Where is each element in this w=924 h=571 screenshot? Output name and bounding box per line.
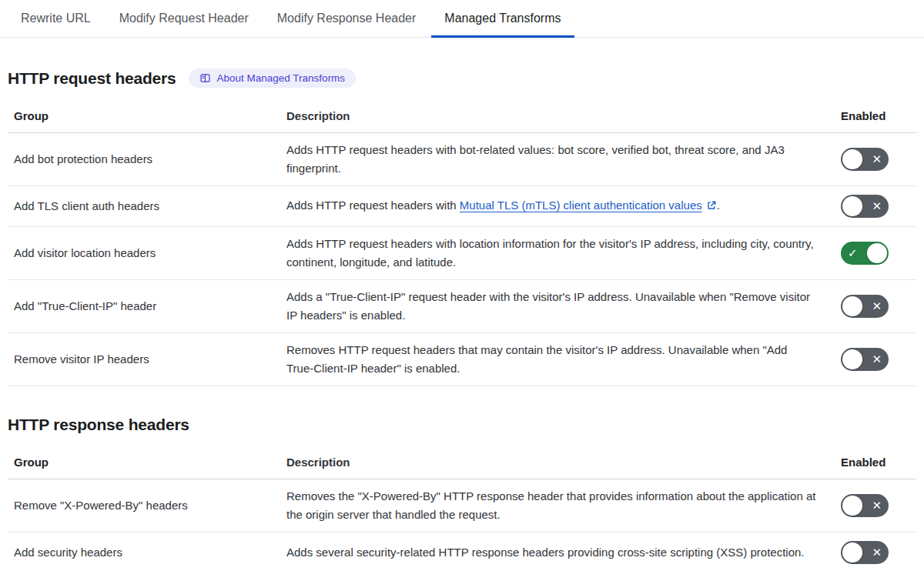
- enabled-cell: ✕: [839, 295, 916, 318]
- enabled-toggle[interactable]: ✕: [841, 148, 889, 171]
- enabled-cell: ✕: [839, 348, 916, 371]
- enabled-cell: ✕: [839, 195, 916, 218]
- tab-modify-response-header[interactable]: Modify Response Header: [264, 0, 430, 38]
- enabled-cell: ✕: [839, 148, 916, 171]
- group-label: Add "True-Client-IP" header: [8, 297, 286, 316]
- tab-bar: Rewrite URLModify Request HeaderModify R…: [0, 0, 924, 38]
- table-row: Add visitor location headersAdds HTTP re…: [8, 227, 916, 280]
- enabled-cell: ✓: [839, 242, 916, 265]
- column-header-group: Group: [8, 453, 286, 472]
- enabled-cell: ✕: [839, 494, 916, 517]
- group-label: Add TLS client auth headers: [8, 197, 286, 215]
- book-icon: [199, 72, 211, 84]
- tab-rewrite-url[interactable]: Rewrite URL: [8, 0, 104, 38]
- column-header-description: Description: [286, 453, 816, 472]
- table-row: Add TLS client auth headersAdds HTTP req…: [8, 186, 916, 227]
- response-table-header: Group Description Enabled: [8, 446, 916, 479]
- tab-managed-transforms[interactable]: Managed Transforms: [431, 0, 574, 38]
- toggle-knob: [867, 243, 887, 263]
- group-label: Remove "X-Powered-By" headers: [8, 496, 286, 515]
- request-table-body: Add bot protection headersAdds HTTP requ…: [8, 133, 916, 386]
- column-header-description: Description: [286, 107, 816, 125]
- request-table-header: Group Description Enabled: [8, 100, 916, 133]
- check-icon: ✓: [848, 242, 858, 265]
- table-row: Add bot protection headersAdds HTTP requ…: [8, 133, 916, 186]
- section-title-response-headers: HTTP response headers: [8, 416, 189, 434]
- toggle-knob: [842, 149, 862, 169]
- enabled-cell: ✕: [839, 541, 916, 564]
- x-icon: ✕: [872, 541, 882, 564]
- mtls-docs-link[interactable]: Mutual TLS (mTLS) client authentication …: [460, 199, 702, 212]
- group-label: Add visitor location headers: [8, 244, 286, 262]
- group-label: Add security headers: [8, 543, 286, 562]
- x-icon: ✕: [872, 494, 882, 517]
- toggle-knob: [842, 296, 862, 316]
- group-label: Remove visitor IP headers: [8, 350, 286, 369]
- table-row: Remove visitor IP headersRemoves HTTP re…: [8, 333, 916, 386]
- column-header-enabled: Enabled: [839, 107, 916, 125]
- response-table-body: Remove "X-Powered-By" headersRemoves the…: [8, 479, 916, 571]
- request-headers-heading-row: HTTP request headers About Managed Trans…: [8, 68, 916, 88]
- group-label: Add bot protection headers: [8, 150, 286, 169]
- enabled-toggle[interactable]: ✕: [841, 494, 889, 517]
- external-link-icon: [706, 198, 717, 216]
- x-icon: ✕: [872, 295, 882, 318]
- description-text: Removes HTTP request headers that may co…: [286, 341, 816, 378]
- description-text: Adds several security-related HTTP respo…: [286, 543, 816, 562]
- description-text: Adds a "True-Client-IP" request header w…: [286, 288, 816, 325]
- description-text: Adds HTTP request headers with bot-relat…: [286, 141, 816, 178]
- table-row: Add "True-Client-IP" headerAdds a "True-…: [8, 280, 916, 333]
- toggle-knob: [842, 349, 862, 369]
- x-icon: ✕: [872, 195, 882, 218]
- enabled-toggle[interactable]: ✕: [841, 541, 889, 564]
- section-title-request-headers: HTTP request headers: [8, 69, 176, 88]
- toggle-knob: [842, 543, 862, 563]
- toggle-knob: [842, 196, 862, 216]
- enabled-toggle[interactable]: ✕: [841, 295, 889, 318]
- enabled-toggle[interactable]: ✕: [841, 195, 889, 218]
- table-row: Remove "X-Powered-By" headersRemoves the…: [8, 479, 916, 533]
- badge-label: About Managed Transforms: [217, 72, 346, 84]
- managed-transforms-panel: HTTP request headers About Managed Trans…: [0, 68, 924, 571]
- description-text: Removes the "X-Powered-By" HTTP response…: [286, 487, 816, 524]
- toggle-knob: [842, 496, 862, 516]
- tab-modify-request-header[interactable]: Modify Request Header: [106, 0, 262, 38]
- enabled-toggle[interactable]: ✓: [841, 242, 889, 265]
- column-header-group: Group: [8, 107, 286, 125]
- enabled-toggle[interactable]: ✕: [841, 348, 889, 371]
- x-icon: ✕: [872, 148, 882, 171]
- column-header-enabled: Enabled: [839, 453, 916, 472]
- response-headers-heading-row: HTTP response headers: [8, 416, 916, 434]
- table-row: Add security headersAdds several securit…: [8, 533, 916, 571]
- description-text: Adds HTTP request headers with location …: [286, 235, 816, 272]
- description-text: Adds HTTP request headers with Mutual TL…: [286, 196, 816, 216]
- about-managed-transforms-badge[interactable]: About Managed Transforms: [189, 68, 357, 88]
- x-icon: ✕: [872, 348, 882, 371]
